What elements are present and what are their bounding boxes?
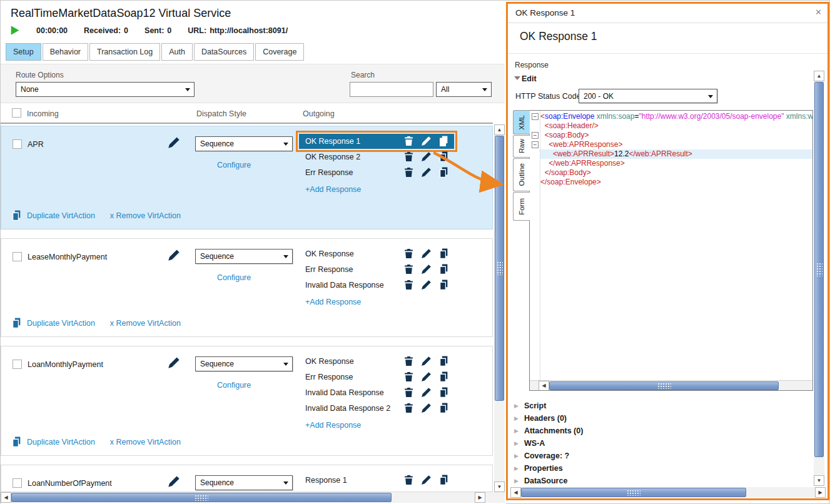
section-ws-a[interactable]: ▶WS-A xyxy=(514,439,545,448)
tab-auth[interactable]: Auth xyxy=(161,43,193,61)
scroll-down-button[interactable]: ▼ xyxy=(814,475,824,486)
tab-setup[interactable]: Setup xyxy=(6,43,41,61)
play-button[interactable] xyxy=(9,25,20,36)
copy-response-icon[interactable] xyxy=(438,356,449,366)
edit-response-icon[interactable] xyxy=(421,403,432,413)
dispatch-style-select[interactable]: Sequence xyxy=(195,249,293,264)
editor-tab-form[interactable]: Form xyxy=(513,192,530,221)
edit-response-icon[interactable] xyxy=(421,387,432,398)
delete-response-icon[interactable] xyxy=(403,403,414,413)
edit-virtaction-icon[interactable] xyxy=(168,136,180,149)
tab-transaction-log[interactable]: Transaction Log xyxy=(89,43,160,61)
fold-collapse-icon[interactable]: − xyxy=(532,132,539,139)
delete-response-icon[interactable] xyxy=(403,387,414,398)
delete-response-icon[interactable] xyxy=(403,356,414,366)
scroll-up-button[interactable]: ▲ xyxy=(494,124,505,135)
remove-virtaction-link[interactable]: x Remove VirtAction xyxy=(110,438,181,446)
editor-tab-raw[interactable]: Raw xyxy=(513,135,530,158)
section-script[interactable]: ▶Script xyxy=(514,401,546,410)
scroll-right-button[interactable]: ▶ xyxy=(815,487,826,498)
tab-coverage[interactable]: Coverage xyxy=(255,43,304,61)
section-properties[interactable]: ▶Properties xyxy=(514,464,563,473)
copy-response-icon[interactable] xyxy=(438,136,449,146)
edit-response-icon[interactable] xyxy=(421,371,432,382)
copy-response-icon[interactable] xyxy=(438,264,449,275)
scroll-up-button[interactable]: ▲ xyxy=(814,71,824,81)
configure-link[interactable]: Configure xyxy=(217,273,251,282)
response-row[interactable]: Invalid Data Response xyxy=(299,385,454,400)
delete-response-icon[interactable] xyxy=(403,248,414,259)
list-vertical-scrollbar[interactable]: ▲ ▼ xyxy=(494,124,505,492)
xml-code-area[interactable]: <soap:Envelope xmlns:soap="http://www.w3… xyxy=(540,112,812,187)
editor-horizontal-scrollbar[interactable]: ◀ xyxy=(530,380,812,390)
edit-response-icon[interactable] xyxy=(421,475,432,485)
edit-section-label[interactable]: Edit xyxy=(522,74,537,83)
duplicate-virtaction-link[interactable]: Duplicate VirtAction xyxy=(27,438,95,446)
delete-response-icon[interactable] xyxy=(403,136,414,146)
delete-response-icon[interactable] xyxy=(403,475,414,485)
list-horizontal-scrollbar[interactable]: ◀ ▶ xyxy=(1,492,505,503)
section-attachments-0[interactable]: ▶Attachments (0) xyxy=(514,426,583,435)
edit-response-icon[interactable] xyxy=(421,280,432,290)
add-response-link[interactable]: +Add Response xyxy=(305,421,361,430)
tab-datasources[interactable]: DataSources xyxy=(194,43,254,61)
edit-virtaction-icon[interactable] xyxy=(168,475,180,488)
row-checkbox[interactable] xyxy=(13,139,22,149)
scrollbar-thumb[interactable] xyxy=(549,381,779,390)
copy-response-icon[interactable] xyxy=(438,475,449,485)
response-row[interactable]: OK Response xyxy=(299,246,454,261)
editor-tab-outline[interactable]: Outline xyxy=(513,158,530,191)
scrollbar-thumb[interactable] xyxy=(521,488,746,497)
editor-tab-xml[interactable]: XML xyxy=(513,110,530,134)
tab-behavior[interactable]: Behavior xyxy=(43,43,88,61)
edit-response-icon[interactable] xyxy=(421,248,432,259)
dispatch-style-select[interactable]: Sequence xyxy=(195,136,293,151)
edit-response-icon[interactable] xyxy=(421,167,432,178)
dialog-horizontal-scrollbar[interactable]: ◀ ▶ xyxy=(510,487,826,498)
scroll-left-button[interactable]: ◀ xyxy=(510,487,521,498)
section-headers-0[interactable]: ▶Headers (0) xyxy=(514,414,567,423)
select-all-checkbox[interactable] xyxy=(12,108,21,118)
dialog-vertical-scrollbar[interactable]: ▲ ▼ xyxy=(814,71,824,486)
http-status-select[interactable]: 200 - OK xyxy=(579,89,717,103)
duplicate-virtaction-link[interactable]: Duplicate VirtAction xyxy=(27,211,95,220)
scroll-right-button[interactable]: ▶ xyxy=(475,492,485,503)
copy-response-icon[interactable] xyxy=(438,280,449,290)
dispatch-style-select[interactable]: Sequence xyxy=(195,356,293,371)
section-datasource[interactable]: ▶DataSource xyxy=(514,476,567,485)
section-coverage[interactable]: ▶Coverage: ? xyxy=(514,451,569,460)
delete-response-icon[interactable] xyxy=(403,371,414,382)
fold-collapse-icon[interactable]: − xyxy=(532,113,539,120)
scrollbar-thumb[interactable] xyxy=(495,136,504,401)
row-checkbox[interactable] xyxy=(13,252,22,261)
response-row[interactable]: OK Response 1 xyxy=(299,134,454,149)
edit-response-icon[interactable] xyxy=(421,136,432,146)
duplicate-virtaction-link[interactable]: Duplicate VirtAction xyxy=(27,319,95,328)
row-checkbox[interactable] xyxy=(13,360,22,369)
delete-response-icon[interactable] xyxy=(403,151,414,162)
response-row[interactable]: Err Response xyxy=(299,165,454,180)
dispatch-style-select[interactable]: Sequence xyxy=(195,475,293,490)
response-row[interactable]: Response 1 xyxy=(299,473,454,488)
configure-link[interactable]: Configure xyxy=(217,161,251,169)
edit-virtaction-icon[interactable] xyxy=(168,356,180,369)
add-response-link[interactable]: +Add Response xyxy=(305,185,361,194)
configure-link[interactable]: Configure xyxy=(217,381,251,390)
copy-response-icon[interactable] xyxy=(438,403,449,413)
row-checkbox[interactable] xyxy=(13,478,22,488)
route-options-select[interactable]: None xyxy=(16,82,195,97)
edit-response-icon[interactable] xyxy=(421,264,432,275)
copy-response-icon[interactable] xyxy=(438,387,449,398)
copy-response-icon[interactable] xyxy=(438,371,449,382)
delete-response-icon[interactable] xyxy=(403,167,414,178)
edit-response-icon[interactable] xyxy=(421,356,432,366)
copy-response-icon[interactable] xyxy=(438,248,449,259)
edit-expander-icon[interactable] xyxy=(514,76,520,83)
edit-response-icon[interactable] xyxy=(421,151,432,162)
fold-collapse-icon[interactable]: − xyxy=(532,141,539,148)
delete-response-icon[interactable] xyxy=(403,280,414,290)
edit-virtaction-icon[interactable] xyxy=(168,249,180,261)
copy-response-icon[interactable] xyxy=(438,151,449,162)
scrollbar-thumb[interactable] xyxy=(11,493,392,502)
response-row[interactable]: OK Response 2 xyxy=(299,149,454,164)
